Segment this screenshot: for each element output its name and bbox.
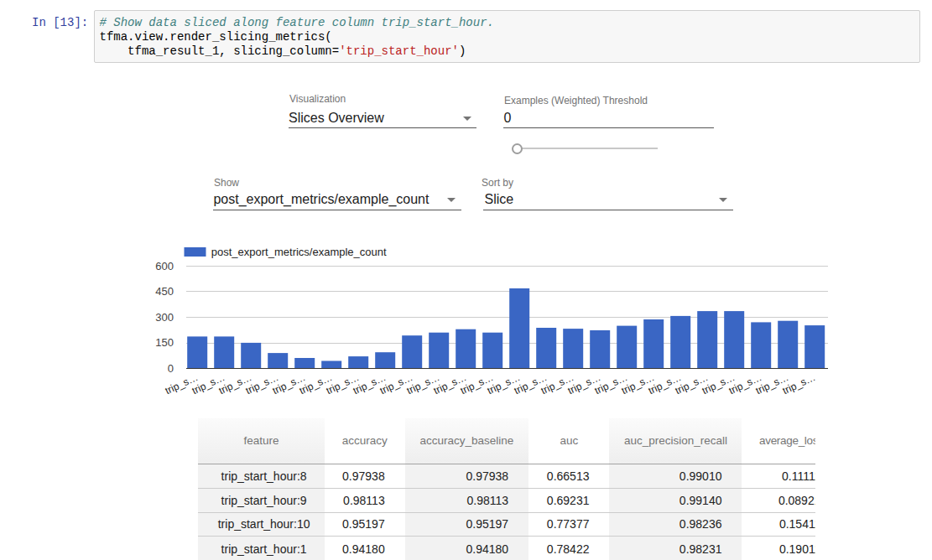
- svg-text:600: 600: [155, 260, 174, 272]
- svg-text:150: 150: [155, 336, 174, 349]
- svg-text:0: 0: [168, 362, 174, 375]
- svg-text:post_export_metrics/example_co: post_export_metrics/example_count: [211, 246, 387, 258]
- svg-text:450: 450: [155, 285, 174, 298]
- svg-text:300: 300: [155, 311, 174, 324]
